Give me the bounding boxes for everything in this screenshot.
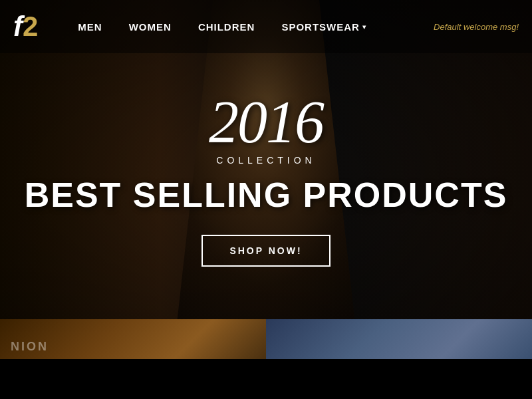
strip-left-panel: NION	[0, 319, 266, 359]
welcome-message: Default welcome msg!	[434, 22, 519, 32]
nav-item-sportswear[interactable]: SPORTSWEAR ▾	[281, 21, 366, 33]
nav-item-men[interactable]: MEN	[78, 21, 102, 33]
logo[interactable]: f 2	[13, 13, 38, 41]
main-nav: MEN WOMEN CHILDREN SPORTSWEAR ▾	[78, 21, 434, 33]
nav-sportswear-label: SPORTSWEAR	[281, 21, 360, 33]
strip-left-text: NION	[0, 334, 59, 359]
hero-section: 2016 COLLECTION BEST SELLING PRODUCTS SH…	[0, 0, 532, 359]
chevron-down-icon: ▾	[362, 23, 366, 31]
collection-label: COLLECTION	[216, 155, 315, 166]
hero-content: 2016 COLLECTION BEST SELLING PRODUCTS SH…	[0, 0, 532, 359]
nav-item-children[interactable]: CHILDREN	[198, 21, 255, 33]
hero-headline: BEST SELLING PRODUCTS	[25, 176, 508, 214]
strip-right-panel	[266, 319, 532, 359]
header: f 2 MEN WOMEN CHILDREN SPORTSWEAR ▾ Defa…	[0, 0, 532, 53]
logo-letter-f: f	[13, 13, 23, 41]
logo-number-2: 2	[23, 13, 38, 41]
collection-year: 2016	[209, 92, 323, 152]
nav-item-women[interactable]: WOMEN	[129, 21, 172, 33]
bottom-preview-strip: NION	[0, 319, 532, 359]
shop-now-button[interactable]: SHOP NOW!	[201, 235, 330, 267]
